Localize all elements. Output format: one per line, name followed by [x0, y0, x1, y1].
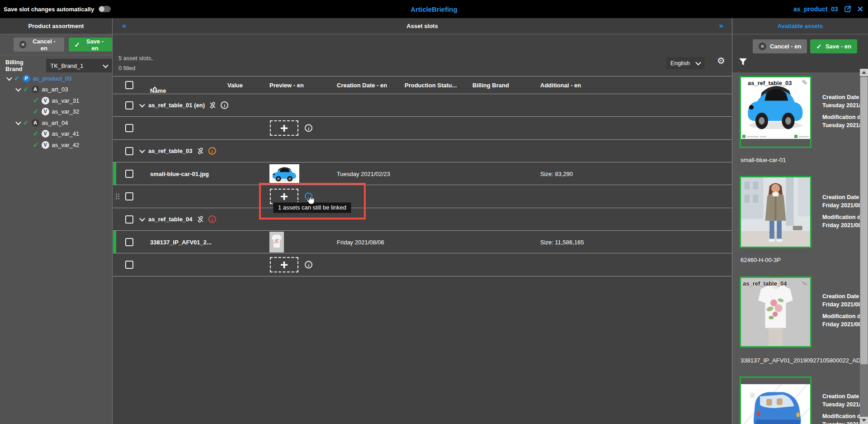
app-title: ArticleBriefing — [410, 5, 457, 13]
table-header-row: Name Value Preview - en Creation Date - … — [113, 76, 731, 94]
column-header-billing-brand[interactable]: Billing Brand — [472, 82, 509, 89]
chevron-down-icon[interactable] — [139, 148, 145, 153]
tree-item-article[interactable]: ✓ A as_art_03 — [16, 84, 68, 95]
open-in-new-icon[interactable] — [844, 5, 852, 13]
tree-item-variant[interactable]: ✓ V as_var_31 — [33, 95, 79, 106]
language-select[interactable]: English — [666, 57, 705, 69]
article-badge-icon: A — [32, 119, 39, 127]
column-header-production-status[interactable]: Production Statu... — [405, 82, 457, 89]
close-icon[interactable]: ✕ — [857, 5, 863, 14]
scroll-down-arrow[interactable] — [860, 417, 868, 424]
variant-badge-icon: V — [42, 108, 49, 115]
billing-brand-select[interactable]: TK_Brand_1 — [46, 59, 112, 72]
column-header-additional[interactable]: Additional - en — [540, 82, 581, 89]
warning-info-icon[interactable]: i — [208, 147, 216, 155]
select-all-checkbox[interactable] — [125, 81, 133, 89]
context-product-label: as_product_03 — [793, 5, 838, 13]
check-icon: ✓ — [33, 129, 39, 138]
billing-brand-value: TK_Brand_1 — [51, 62, 84, 69]
asset-card-image[interactable] — [740, 176, 811, 248]
article-badge-icon: A — [32, 86, 39, 93]
info-icon[interactable]: i — [221, 101, 228, 109]
slot-group-name: as_ref_table_03 — [148, 148, 193, 154]
edit-pencil-icon[interactable]: ✎ — [802, 78, 807, 86]
table-row-group[interactable]: as_ref_table_03 i — [113, 140, 731, 162]
tree-item-variant[interactable]: ✓ V as_var_41 — [33, 128, 79, 139]
assets-cancel-button[interactable]: ✕ Cancel - en — [753, 39, 807, 53]
asset-card: as_ref_table_03 ✎ — [740, 76, 812, 148]
table-row-group[interactable]: as_ref_table_01 (en) i — [113, 94, 731, 117]
row-checkbox[interactable] — [125, 192, 133, 200]
asset-card-image[interactable]: as_ref_table_04 ✎ — [740, 276, 811, 348]
table-row-empty-slot[interactable]: + i — [113, 117, 731, 140]
chevron-down-icon[interactable] — [139, 102, 145, 108]
right-panel-scrollbar[interactable] — [860, 69, 868, 424]
row-checkbox[interactable] — [125, 101, 133, 110]
table-row-empty-slot-hovered[interactable]: + i — [113, 185, 731, 208]
row-checkbox[interactable] — [125, 261, 133, 269]
assets-save-label: Save - en — [826, 43, 851, 50]
info-icon[interactable]: i — [305, 124, 312, 132]
blue-car-rear-image — [741, 384, 810, 424]
variant-badge-icon: V — [42, 130, 49, 138]
asset-preview-thumbnail[interactable] — [269, 164, 299, 183]
expand-panel-icon[interactable]: » — [719, 21, 723, 30]
asset-card-image[interactable]: as_ref_table_03 ✎ — [740, 76, 811, 148]
column-header-creation-date[interactable]: Creation Date - en — [337, 82, 387, 89]
table-row-empty-slot[interactable]: + i — [113, 253, 731, 276]
error-info-icon[interactable]: i — [208, 215, 216, 223]
sidebar-cancel-button[interactable]: ✕ Cancel - en — [14, 38, 64, 52]
save-check-icon: ✓ — [75, 41, 80, 49]
asset-card-caption: 338137_IP_AFV01_20190927105800022_ADP... — [741, 357, 868, 364]
sidebar-title: Product assortment — [28, 23, 84, 29]
check-icon: ✓ — [23, 85, 29, 93]
row-checkbox[interactable] — [125, 147, 133, 155]
tree-item-product[interactable]: ✓ P as_product_03 — [7, 73, 72, 84]
table-row-group[interactable]: as_ref_table_04 i — [113, 208, 731, 231]
collapse-panel-icon[interactable]: « — [122, 21, 126, 30]
sidebar-save-button[interactable]: ✓ Save - en — [69, 38, 112, 52]
available-assets-title: Available assets — [778, 23, 823, 29]
row-checkbox[interactable] — [125, 215, 133, 224]
asset-additional-size: Size: 83,290 — [540, 170, 573, 177]
add-asset-button[interactable]: + — [270, 120, 298, 136]
chevron-down-icon[interactable] — [139, 216, 145, 222]
tree-item-article[interactable]: ✓ A as_art_04 — [16, 117, 68, 128]
product-badge-icon: P — [23, 75, 30, 82]
gear-icon[interactable]: ⚙ — [717, 56, 725, 65]
tree-item-label: as_var_31 — [52, 97, 80, 104]
chevron-down-icon[interactable] — [15, 119, 21, 125]
info-icon[interactable]: i — [305, 261, 312, 269]
table-row-asset[interactable]: small-blue-car-01.jpg Tuesday 2021/02/23… — [113, 162, 731, 185]
slot-summary-line1: 5 asset slots, — [118, 53, 153, 63]
column-header-value[interactable]: Value — [227, 82, 243, 89]
tree-item-label: as_var_32 — [52, 108, 80, 115]
asset-preview-thumbnail[interactable] — [269, 232, 284, 252]
chevron-down-icon[interactable] — [15, 86, 21, 91]
scrollbar-thumb[interactable] — [860, 77, 868, 364]
asset-card-image[interactable] — [740, 376, 811, 424]
add-asset-button[interactable]: + — [270, 189, 298, 204]
scroll-up-arrow[interactable] — [860, 69, 868, 76]
row-checkbox[interactable] — [125, 238, 133, 246]
asset-overlay-name: as_ref_table_03 — [748, 80, 792, 86]
info-icon-hovered[interactable]: i — [305, 193, 312, 200]
edit-pencil-icon[interactable]: ✎ — [802, 278, 807, 286]
filter-icon[interactable] — [739, 58, 747, 67]
tree-item-label: as_var_41 — [52, 130, 80, 137]
top-bar: Save slot changes automatically ArticleB… — [0, 0, 868, 18]
table-row-asset[interactable]: 338137_IP_AFV01_2... Friday 2021/08/06 S… — [113, 231, 731, 253]
assets-save-button[interactable]: ✓ Save - en — [810, 39, 857, 53]
tshirt-image — [269, 232, 284, 252]
add-asset-button[interactable]: + — [270, 257, 298, 272]
row-selected-indicator — [113, 162, 116, 185]
tree-item-variant[interactable]: ✓ V as_var_32 — [33, 106, 79, 117]
row-checkbox[interactable] — [125, 124, 133, 132]
row-checkbox[interactable] — [125, 170, 133, 178]
asset-card-caption: 62460-H-00-3P — [741, 257, 781, 263]
drag-handle-icon[interactable] — [116, 194, 119, 200]
tree-item-variant[interactable]: ✓ V as_var_42 — [33, 139, 79, 150]
tree-item-label: as_var_42 — [52, 142, 80, 148]
chevron-down-icon[interactable] — [6, 75, 12, 81]
column-header-preview[interactable]: Preview - en — [269, 82, 304, 89]
